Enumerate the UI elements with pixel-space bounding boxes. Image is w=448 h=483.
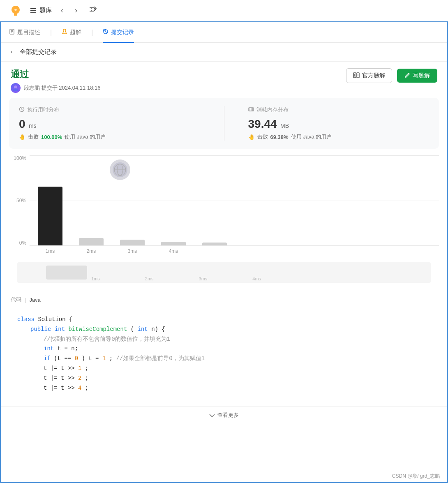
- memory-stat-title: 消耗内存分布: [248, 106, 430, 113]
- wave-icon-memory: 🤚: [248, 134, 255, 140]
- kw-class: class: [17, 316, 35, 323]
- official-solution-button[interactable]: 官方题解: [346, 68, 392, 83]
- show-more-label: 查看更多: [217, 411, 239, 419]
- code-line-1: class Solution {: [17, 315, 431, 325]
- time-beat-text: 击败: [28, 133, 39, 141]
- x-label-3ms: 3ms: [120, 248, 145, 254]
- scrollbar-thumb[interactable]: [46, 266, 87, 280]
- bar-group-1ms: [79, 238, 104, 245]
- y-label-0: 0%: [9, 240, 30, 246]
- kw-int-return: int: [55, 326, 65, 333]
- code-language: Java: [29, 297, 40, 303]
- memory-unit: MB: [280, 122, 289, 129]
- chart-wrapper: 100% 50% 0%: [9, 155, 439, 262]
- scrollbar-x-labels: 1ms 2ms 3ms 4ms: [87, 276, 431, 281]
- clock-icon: [19, 106, 25, 113]
- kw-if: if: [44, 355, 51, 362]
- nav-title: 题库: [39, 7, 52, 14]
- bar-1ms: [79, 238, 104, 245]
- submission-status-area: 通过 殷志鹏 提交于 2024.04.11 18:16: [11, 68, 100, 93]
- fn-name: bitwiseComplement: [68, 326, 127, 333]
- memory-value: 39.44: [248, 118, 277, 130]
- footer-credit: CSDN @殷/ grd_志鹏: [384, 469, 448, 483]
- submission-actions: 官方题解 写题解: [346, 68, 437, 83]
- memory-beat-pct: 69.38%: [270, 134, 289, 140]
- grid-line-top: [30, 155, 439, 156]
- code-line-2: public int bitwiseComplement ( int n) {: [17, 325, 431, 335]
- breadcrumb: ← 全部提交记录: [1, 43, 447, 62]
- stats-container: 执行用时分布 0 ms 🤚 击败 100.00% 使用 Java 的用户: [9, 98, 439, 149]
- code-section: 代码 | Java class Solution { public int bi…: [1, 289, 447, 406]
- menu-icon[interactable]: 题库: [30, 7, 52, 14]
- grid-line-bottom: [30, 245, 439, 246]
- next-problem-button[interactable]: ›: [72, 5, 80, 16]
- chart-scrollbar[interactable]: 1ms 2ms 3ms 4ms: [17, 262, 431, 283]
- time-stat-card: 执行用时分布 0 ms 🤚 击败 100.00% 使用 Java 的用户: [19, 106, 200, 141]
- code-line-8: t |= t >> 4 ;: [17, 384, 431, 393]
- show-more[interactable]: 查看更多: [1, 406, 447, 424]
- bar-2ms: [120, 240, 145, 245]
- val-0: 0: [75, 355, 78, 362]
- chart-area: 100% 50% 0%: [1, 155, 447, 289]
- tab-submissions[interactable]: 提交记录: [103, 23, 134, 43]
- y-label-50: 50%: [9, 198, 30, 203]
- val-1b: 1: [78, 365, 81, 372]
- user-name-time: 殷志鹏 提交于 2024.04.11 18:16: [24, 84, 100, 92]
- prev-problem-button[interactable]: ‹: [58, 5, 66, 16]
- tab-description[interactable]: 题目描述: [9, 23, 40, 43]
- tab-solution[interactable]: 题解: [62, 23, 81, 43]
- edit-icon: [404, 72, 410, 79]
- kw-int-t: int: [44, 345, 54, 352]
- write-solution-button[interactable]: 写题解: [397, 69, 437, 83]
- bar-4ms: [202, 243, 227, 245]
- book-icon: [353, 72, 360, 79]
- tab-solution-label: 题解: [70, 29, 81, 36]
- avatar: [11, 83, 21, 93]
- chevron-down-icon: [209, 412, 215, 418]
- bar-0ms: [38, 187, 62, 245]
- tab-sep-1: |: [50, 29, 52, 36]
- back-button[interactable]: ←: [9, 48, 16, 56]
- flask-icon: [62, 29, 67, 36]
- tab-description-label: 题目描述: [17, 29, 40, 36]
- x-label-4ms: 4ms: [161, 248, 186, 254]
- status-badge: 通过: [11, 68, 100, 81]
- time-value: 0: [19, 118, 25, 130]
- code-line-5: if (t == 0 ) t = 1 ; //如果全部都是前导0，为其赋值1: [17, 354, 431, 364]
- val-1: 1: [102, 355, 106, 362]
- val-2: 2: [78, 375, 81, 381]
- chart-y-labels: 100% 50% 0%: [9, 155, 30, 246]
- code-line-3: //找到n的所有不包含前导0的数值位，并填充为1: [17, 335, 431, 344]
- code-line-7: t |= t >> 2 ;: [17, 374, 431, 384]
- code-block: class Solution { public int bitwiseCompl…: [11, 308, 437, 400]
- logo[interactable]: [8, 3, 23, 18]
- tab-bar: 题目描述 | 题解 | 提交记录: [1, 22, 447, 43]
- write-solution-label: 写题解: [413, 72, 430, 79]
- code-label: 代码 | Java: [11, 296, 437, 303]
- scroll-label-3ms: 3ms: [199, 276, 208, 281]
- time-unit: ms: [29, 122, 37, 129]
- code-line-6: t |= t >> 1 ;: [17, 364, 431, 374]
- code-line-4: int t = n;: [17, 344, 431, 354]
- scroll-label-4ms: 4ms: [252, 276, 261, 281]
- time-stat-title: 执行用时分布: [19, 106, 200, 113]
- time-beat: 🤚 击败 100.00% 使用 Java 的用户: [19, 133, 200, 141]
- svg-point-9: [14, 86, 17, 89]
- scroll-label-1ms: 1ms: [91, 276, 100, 281]
- bar-group-4ms: [202, 243, 227, 245]
- main-container: 题目描述 | 题解 | 提交记录: [0, 21, 448, 483]
- shuffle-button[interactable]: [86, 5, 99, 16]
- tab-sep-2: |: [91, 29, 93, 36]
- history-icon: [103, 29, 109, 36]
- code-label-text: 代码: [11, 296, 21, 303]
- chart-plot: [30, 155, 439, 246]
- bar-group-0ms: [38, 187, 62, 245]
- val-4: 4: [78, 385, 81, 391]
- tab-submissions-label: 提交记录: [111, 29, 134, 36]
- time-beat-pct: 100.00%: [41, 134, 62, 140]
- chart-tooltip: [110, 159, 130, 180]
- memory-beat: 🤚 击败 69.38% 使用 Java 的用户: [248, 133, 430, 141]
- y-label-100: 100%: [9, 155, 30, 161]
- grid-line-mid: [30, 201, 439, 201]
- submission-header: 通过 殷志鹏 提交于 2024.04.11 18:16: [1, 62, 447, 98]
